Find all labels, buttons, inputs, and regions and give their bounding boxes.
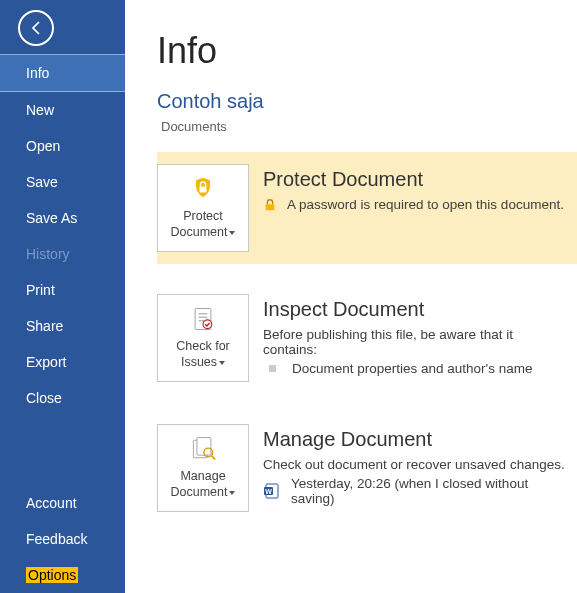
manage-text: Check out document or recover unsaved ch… xyxy=(263,457,567,472)
manage-button-label: Manage Document xyxy=(171,469,228,499)
arrow-left-icon xyxy=(27,19,45,37)
nav-top: Info New Open Save Save As History Print… xyxy=(0,54,125,416)
manage-document-section: Manage Document Manage Document Check ou… xyxy=(157,412,577,524)
protect-button-label: Protect Document xyxy=(171,209,228,239)
inspect-item: Document properties and author's name xyxy=(292,361,532,376)
caret-icon xyxy=(219,361,225,365)
back-button[interactable] xyxy=(18,10,54,46)
page-title: Info xyxy=(157,30,577,72)
nav-options[interactable]: Options xyxy=(0,557,125,593)
nav-feedback[interactable]: Feedback xyxy=(0,521,125,557)
svg-text:W: W xyxy=(265,488,272,495)
protect-document-button[interactable]: Protect Document xyxy=(157,164,249,252)
protect-document-section: Protect Document Protect Document A pass… xyxy=(157,152,577,264)
protect-text: A password is required to open this docu… xyxy=(287,197,564,212)
check-for-issues-button[interactable]: Check for Issues xyxy=(157,294,249,382)
bullet-icon xyxy=(269,365,276,372)
nav-new[interactable]: New xyxy=(0,92,125,128)
manage-item[interactable]: Yesterday, 20:26 (when I closed without … xyxy=(291,476,567,506)
document-title: Contoh saja xyxy=(157,90,577,113)
nav-save[interactable]: Save xyxy=(0,164,125,200)
nav-print[interactable]: Print xyxy=(0,272,125,308)
nav-open[interactable]: Open xyxy=(0,128,125,164)
nav-bottom: Account Feedback Options xyxy=(0,485,125,593)
caret-icon xyxy=(229,231,235,235)
nav-close[interactable]: Close xyxy=(0,380,125,416)
caret-icon xyxy=(229,491,235,495)
nav-options-label: Options xyxy=(26,567,78,583)
nav-share[interactable]: Share xyxy=(0,308,125,344)
word-doc-icon: W xyxy=(263,482,281,500)
inspect-heading: Inspect Document xyxy=(263,298,567,321)
lock-shield-icon xyxy=(189,175,217,203)
svg-rect-1 xyxy=(266,204,275,210)
inspect-text: Before publishing this file, be aware th… xyxy=(263,327,567,357)
backstage-sidebar: Info New Open Save Save As History Print… xyxy=(0,0,125,593)
manage-document-button[interactable]: Manage Document xyxy=(157,424,249,512)
document-check-icon xyxy=(189,305,217,333)
content-area: Info Contoh saja Documents Protect Docum… xyxy=(125,0,577,593)
svg-rect-0 xyxy=(200,187,207,193)
svg-point-3 xyxy=(203,320,212,329)
document-location[interactable]: Documents xyxy=(161,119,577,134)
nav-history: History xyxy=(0,236,125,272)
inspect-document-section: Check for Issues Inspect Document Before… xyxy=(157,282,577,394)
manage-heading: Manage Document xyxy=(263,428,567,451)
nav-account[interactable]: Account xyxy=(0,485,125,521)
nav-save-as[interactable]: Save As xyxy=(0,200,125,236)
lock-icon xyxy=(263,198,277,212)
protect-heading: Protect Document xyxy=(263,168,564,191)
document-manage-icon xyxy=(189,435,217,463)
nav-export[interactable]: Export xyxy=(0,344,125,380)
nav-info[interactable]: Info xyxy=(0,54,125,92)
